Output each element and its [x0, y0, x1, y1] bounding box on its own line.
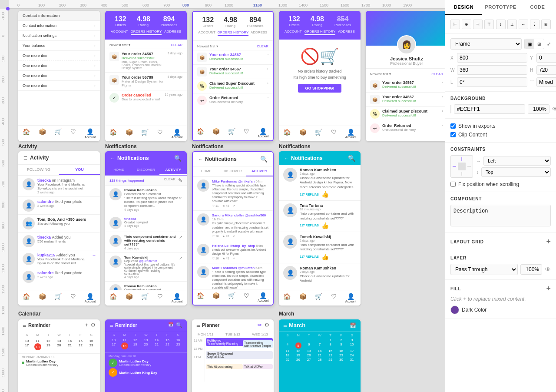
show-exports-checkbox[interactable]	[450, 123, 456, 129]
show-exports-label: Show in exports	[458, 123, 495, 129]
frame-type-select[interactable]: Frame	[450, 38, 522, 50]
x-input[interactable]	[457, 53, 527, 63]
frame-section: Frame ▣ ⊞ ⤢ X Y W H	[445, 34, 556, 92]
h-label: H	[530, 68, 535, 73]
tab-prototype[interactable]: PROTOTYPE	[482, 0, 519, 15]
export-options: Show in exports Clip Content	[445, 119, 556, 143]
h-input[interactable]	[536, 65, 556, 75]
phone-planner: ☰Planner ✏⚙ MON 1/11 TUE 1/12 WED 1/13 1…	[192, 319, 274, 392]
component-title: COMPONENT	[450, 196, 551, 201]
align-center-h[interactable]: ⊕	[462, 20, 471, 29]
activity-section-label: Activity	[18, 143, 37, 149]
background-title: BACKGROUND	[450, 96, 551, 101]
w-label: W	[450, 68, 456, 73]
fix-scroll-checkbox[interactable]	[450, 182, 456, 187]
layout-grid-title: LAYOUT GRID	[450, 239, 484, 244]
corner-input[interactable]	[536, 77, 556, 87]
dark-color-label: Dark Color	[462, 307, 486, 313]
panel-tabs: DESIGN PROTOTYPE CODE	[445, 0, 556, 15]
constraints-section: CONSTRAINTS ↔ LeftRightCenterScale ↕ Top…	[445, 143, 556, 192]
y-label: Y	[530, 56, 535, 60]
align-top[interactable]: ⊤	[484, 20, 494, 29]
h-constraint-arrow: ↔	[477, 159, 481, 163]
canvas-scroll[interactable]: Activity Notifications Notifications Not…	[9, 9, 445, 392]
bg-hex-input[interactable]	[454, 104, 525, 114]
align-tools: ⊢ ⊕ ⊣ ⊤ ↕ ⊥ ↔ ⋮ ⊞	[445, 15, 556, 34]
calendar-section-label: Calendar	[18, 311, 40, 317]
march-label: March	[279, 311, 294, 317]
layer-visibility-icon[interactable]: 👁	[545, 266, 551, 273]
fix-scroll-label: Fix position when scrolling	[458, 181, 519, 187]
component-description[interactable]: Description	[450, 205, 551, 226]
resize-icon[interactable]: ⤢	[547, 41, 551, 47]
background-section: BACKGROUND 👁	[445, 92, 556, 119]
bg-opacity-input[interactable]	[528, 104, 549, 114]
v-constraint-select[interactable]: TopBottomCenterScale	[481, 167, 551, 177]
phone-activity: ☰ Activity FOLLOWING YOU 👤 tinecka on In…	[18, 151, 100, 306]
phone-orders-empty: 132Orders 4.98Rating 854Purchases ACCOUN…	[279, 11, 361, 141]
clip-content-label: Clip Content	[458, 132, 487, 138]
constraints-title: CONSTRAINTS	[450, 147, 551, 152]
fill-placeholder-text: Click + to replace mixed content.	[450, 296, 551, 302]
corner-label: ⌒	[530, 79, 535, 85]
layer-section: LAYER Pass Through Normal Multiply Scree…	[445, 251, 556, 280]
phone-orders-purple: 132Orders 4.98Rating 894Purchases ACCOUN…	[105, 11, 187, 141]
small-dot	[6, 7, 10, 10]
phone-notifications-2: ←Notifications 🔍 HOME DISCOVER ACTIVITY …	[192, 151, 274, 306]
align-bottom[interactable]: ⊥	[507, 20, 517, 29]
w-input[interactable]	[457, 65, 527, 75]
v-constraint-arrow: ↕	[477, 170, 479, 175]
phone-calendar-2: ☰Reminder 📅🔍 S M T W T F S 10 11 12 13	[105, 319, 187, 392]
tidy-up[interactable]: ⊞	[541, 20, 551, 29]
tab-design[interactable]: DESIGN	[445, 0, 482, 15]
align-left[interactable]: ⊢	[450, 20, 460, 29]
align-right[interactable]: ⊣	[473, 20, 483, 29]
h-constraint-select[interactable]: LeftRightCenterScale	[483, 156, 551, 166]
layout-grid-section: LAYOUT GRID +	[445, 233, 556, 251]
phone-notifications-3: ←Notifications 🔍 👤 Roman Kamushken2 days…	[279, 151, 361, 306]
notifications-label-2: Notifications	[192, 143, 224, 149]
phone-jessica: 👩 Jessica Shultz Professional Buyer Newe…	[366, 11, 445, 141]
tab-code[interactable]: CODE	[519, 0, 556, 15]
component-section: COMPONENT Description	[445, 192, 556, 233]
constraints-visual	[450, 155, 473, 178]
distribute-h[interactable]: ↔	[519, 20, 528, 29]
y-input[interactable]	[536, 53, 556, 63]
layer-blend-select[interactable]: Pass Through Normal Multiply Screen	[450, 264, 518, 275]
phone-sidebar: Contact information Contact information›…	[18, 11, 100, 141]
phone-orders-history: 132Orders 4.98Rating 894Purchases ACCOUN…	[192, 11, 274, 141]
add-fill-btn[interactable]: +	[546, 284, 551, 293]
rotation-label: L	[450, 80, 456, 85]
dark-color-circle[interactable]	[450, 306, 459, 314]
layer-opacity-input[interactable]	[520, 264, 542, 275]
layer-title: LAYER	[450, 256, 551, 260]
rotation-input[interactable]	[457, 77, 527, 87]
x-label: X	[450, 56, 456, 60]
clip-content-checkbox[interactable]	[450, 132, 456, 137]
fill-title: FILL	[450, 286, 461, 291]
add-layout-grid-btn[interactable]: +	[546, 237, 551, 246]
ruler-horizontal: 0 100 200 300 400 500 600 700 800 900 10…	[9, 0, 445, 9]
distribute-v[interactable]: ⋮	[530, 20, 539, 29]
phone-notifications-1: ←Notifications 🔍 HOME DISCOVER ACTIVITY …	[105, 151, 187, 306]
phone-calendar-1: ☰Reminder +⚙ S M T W T F S 10 11 12	[18, 319, 100, 392]
ruler-vertical: -100 0 100 200 300 400 500 600 700 800 9…	[0, 9, 9, 392]
phone-march: ☰March 📅 S M T W T F S 1 2 3	[279, 319, 361, 392]
bg-color-swatch[interactable]	[450, 105, 451, 113]
frame-view-toggle[interactable]: ▣ ⊞	[524, 39, 544, 49]
notifications-label-3: Notifications	[279, 143, 311, 149]
notifications-label-1: Notifications	[105, 143, 137, 149]
fill-section: FILL + Click + to replace mixed content.…	[445, 280, 556, 319]
align-center-v[interactable]: ↕	[496, 20, 506, 29]
bg-visibility-toggle[interactable]: 👁	[552, 106, 556, 113]
